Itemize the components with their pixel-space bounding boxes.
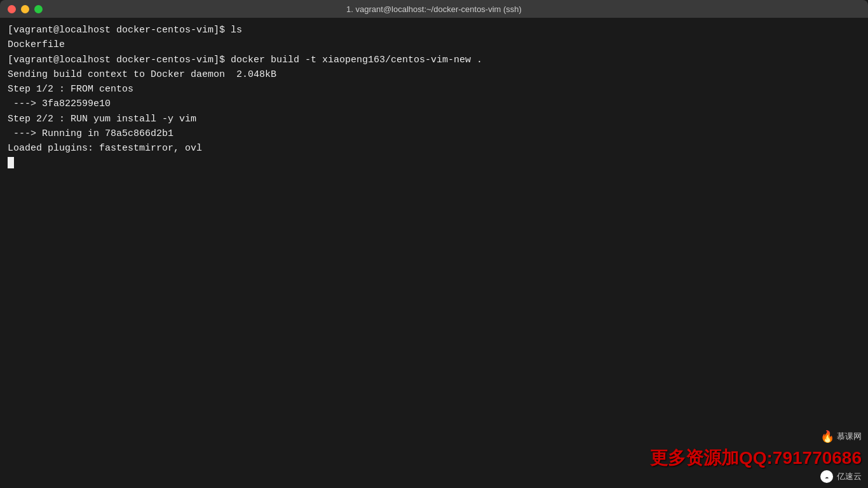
terminal-window: 1. vagrant@localhost:~/docker-centos-vim… <box>0 0 868 488</box>
minimize-button[interactable] <box>21 5 29 13</box>
terminal-line-2: Dockerfile <box>8 37 860 52</box>
terminal-line-8: ---> Running in 78a5c866d2b1 <box>8 126 860 141</box>
watermark-bottom: ☁ 亿速云 <box>820 470 862 483</box>
maximize-button[interactable] <box>34 5 43 13</box>
yisu-icon: ☁ <box>820 470 833 483</box>
mukewang-site-text: 慕课网 <box>837 431 862 442</box>
window-controls <box>8 5 43 13</box>
terminal-line-5: Step 1/2 : FROM centos <box>8 82 860 97</box>
terminal-line-7: Step 2/2 : RUN yum install -y vim <box>8 112 860 126</box>
terminal-body[interactable]: [vagrant@localhost docker-centos-vim]$ l… <box>0 18 868 488</box>
watermark-area: 🔥 慕课网 更多资源加QQ:791770686 ☁ 亿速云 <box>601 437 868 488</box>
terminal-cursor-line <box>8 156 860 170</box>
mukewang-logo: 🔥 慕课网 <box>820 430 862 444</box>
yisu-platform-text: 亿速云 <box>837 471 862 482</box>
close-button[interactable] <box>8 5 16 13</box>
window-title: 1. vagrant@localhost:~/docker-centos-vim… <box>346 4 522 14</box>
terminal-line-4: Sending build context to Docker daemon 2… <box>8 67 860 82</box>
title-bar: 1. vagrant@localhost:~/docker-centos-vim… <box>0 0 868 18</box>
terminal-line-9: Loaded plugins: fastestmirror, ovl <box>8 141 860 156</box>
terminal-line-1: [vagrant@localhost docker-centos-vim]$ l… <box>8 23 860 37</box>
cursor-block <box>8 157 14 168</box>
watermark-top: 🔥 慕课网 <box>820 430 862 444</box>
flame-icon: 🔥 <box>820 430 834 444</box>
terminal-line-6: ---> 3fa822599e10 <box>8 97 860 111</box>
terminal-line-3: [vagrant@localhost docker-centos-vim]$ d… <box>8 53 860 67</box>
watermark-qq-text: 更多资源加QQ:791770686 <box>650 446 862 470</box>
